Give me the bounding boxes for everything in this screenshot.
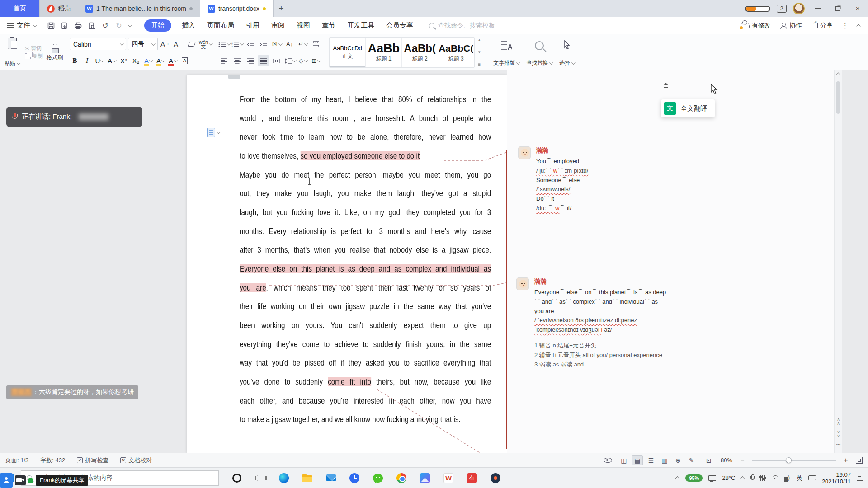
zoom-slider-knob[interactable]	[786, 457, 792, 463]
font-name-select[interactable]: Calibri	[70, 38, 126, 50]
zoom-out-button[interactable]: −	[739, 456, 746, 465]
previous-page-button[interactable]: ∧∧	[836, 418, 841, 426]
fit-page-icon[interactable]: ⊡	[703, 455, 714, 465]
menu-tab-视图[interactable]: 视图	[297, 21, 310, 30]
shading-button[interactable]: ◇	[297, 55, 308, 66]
highlight-color-button[interactable]: A	[155, 56, 165, 66]
quickbar-more-icon[interactable]	[128, 23, 132, 27]
meeting-app-icon[interactable]	[0, 473, 13, 488]
camera-icon[interactable]	[15, 475, 26, 485]
numbered-list-button[interactable]: 123	[231, 38, 243, 50]
taskbar-app-task-view[interactable]	[249, 468, 272, 488]
web-view-icon[interactable]: ▥	[659, 455, 670, 465]
style-标题 3[interactable]: AaBbC(标题 3	[438, 38, 474, 67]
document-line[interactable]: you've done to suddenly come fit into th…	[240, 373, 491, 392]
action-center-icon[interactable]	[857, 475, 863, 481]
show-marks-button[interactable]: ↵	[297, 38, 308, 50]
tab-doc-3[interactable]: Wtranscript.docx	[200, 0, 274, 17]
zoom-in-button[interactable]: +	[842, 456, 849, 465]
document-text[interactable]: From the bottom of my heart, I believe t…	[240, 90, 491, 429]
menu-tab-引用[interactable]: 引用	[246, 21, 259, 30]
menu-tab-审阅[interactable]: 审阅	[271, 21, 285, 30]
taskbar-app-file-explorer[interactable]	[296, 468, 319, 488]
undo-icon[interactable]: ↺	[101, 21, 110, 30]
clock-date[interactable]: 19:072021/10/11	[822, 471, 851, 485]
line-spacing-button[interactable]	[284, 55, 295, 66]
document-page[interactable]: From the bottom of my heart, I believe t…	[187, 75, 507, 453]
document-line[interactable]: after 3 months, that's when you realise …	[240, 241, 491, 260]
document-line[interactable]: From the bottom of my heart, I believe t…	[240, 90, 491, 109]
eye-protect-icon[interactable]	[604, 458, 612, 463]
outline-view-icon[interactable]: ☰	[646, 455, 656, 465]
character-border-button[interactable]: A	[179, 56, 190, 66]
comment-card-1[interactable]: 瀚瀚You⌒ employed/ ju:⌒ w⌒ ɪmˈplɔɪd/Someon…	[518, 146, 636, 213]
scrollbar-thumb[interactable]	[836, 81, 840, 114]
spellcheck-toggle[interactable]: ✓拼写检查	[77, 456, 108, 465]
more-menu-icon[interactable]: ⋮	[842, 24, 849, 27]
page-select-button[interactable]: •••	[836, 443, 841, 447]
hidden-icons-chevron[interactable]	[740, 476, 745, 481]
share-button[interactable]: 分享	[811, 22, 833, 30]
sort-button[interactable]: A↓	[284, 38, 295, 50]
tray-microphone-icon[interactable]	[750, 474, 755, 481]
align-right-button[interactable]	[245, 55, 256, 66]
underline-button[interactable]: U	[94, 56, 104, 66]
zoom-level[interactable]: 80%	[721, 457, 732, 464]
tray-expand-icon[interactable]	[675, 476, 680, 481]
increase-font-button[interactable]: A＋	[160, 38, 171, 50]
window-count-badge[interactable]: 2	[777, 5, 787, 13]
paste-button[interactable]: 粘贴	[3, 37, 21, 68]
taskbar-app-mail[interactable]	[319, 468, 343, 488]
taskbar-app-gallery[interactable]	[413, 468, 437, 488]
document-line[interactable]: their life working on their own jigsaw p…	[240, 297, 491, 316]
command-search[interactable]: 查找命令、搜索模板	[429, 22, 495, 30]
document-line[interactable]: out, they make you laugh, you make them …	[240, 184, 491, 203]
document-line[interactable]: way that you'd be pissed off if they ask…	[240, 354, 491, 373]
find-replace-tool[interactable]: 查找替换	[523, 37, 556, 68]
page-indicator[interactable]: 页面: 1/3	[5, 456, 28, 465]
taskbar-app-screen-recorder[interactable]	[484, 468, 507, 488]
copy-button[interactable]: 复制	[25, 52, 43, 60]
tab-home-0[interactable]: 首页	[0, 0, 40, 17]
document-line[interactable]: you are, which means they too spent thei…	[240, 279, 491, 298]
proofread-toggle[interactable]: ✕文档校对	[120, 456, 152, 465]
document-line[interactable]: each other, and because you're intereste…	[240, 392, 491, 411]
subscript-button[interactable]: X₂	[131, 56, 141, 66]
redo-icon[interactable]: ↻	[114, 21, 123, 30]
file-menu-button[interactable]: 文件	[5, 21, 38, 30]
battery-indicator[interactable]: 95%	[685, 474, 703, 482]
menu-tab-页面布局[interactable]: 页面布局	[207, 21, 234, 30]
select-tool[interactable]: 选择	[556, 37, 578, 68]
zoom-slider[interactable]	[752, 460, 836, 461]
italic-button[interactable]: I	[82, 56, 92, 66]
align-center-button[interactable]	[231, 55, 243, 66]
taskbar-app-edge[interactable]	[272, 468, 296, 488]
document-line[interactable]: months. Every relationship is perfect fo…	[240, 222, 491, 241]
minimize-button[interactable]	[811, 3, 825, 14]
touch-keyboard-icon[interactable]	[808, 475, 816, 480]
input-language-indicator[interactable]: 英	[797, 474, 802, 482]
audio-mixer-icon[interactable]	[760, 475, 765, 481]
document-line[interactable]: everything they've come to achieve to su…	[240, 335, 491, 354]
superscript-button[interactable]: X²	[118, 56, 129, 66]
style-标题 2[interactable]: AaBb(标题 2	[402, 38, 438, 67]
bold-button[interactable]: B	[70, 56, 80, 66]
toolbox-view-icon[interactable]: ⊕	[673, 455, 684, 465]
clear-format-button[interactable]	[186, 38, 197, 50]
document-line[interactable]: been working on yours. You can't suddenl…	[240, 316, 491, 335]
strikethrough-button[interactable]: A	[106, 56, 117, 66]
borders-button[interactable]: ⊞	[310, 55, 321, 66]
word-count[interactable]: 字数: 432	[40, 456, 65, 465]
font-color-button[interactable]: A	[167, 56, 178, 66]
taskbar-app-chrome[interactable]	[390, 468, 413, 488]
taskbar-app-red-app[interactable]: 有	[460, 468, 484, 488]
new-tab-button[interactable]: +	[274, 0, 289, 17]
decrease-font-button[interactable]: A－	[173, 38, 184, 50]
comment-card-2[interactable]: 瀚瀚Everyone⌒ else⌒ on⌒ this planet⌒ is⌒ a…	[516, 277, 665, 369]
bullet-list-button[interactable]	[218, 38, 230, 50]
document-line[interactable]: world，and therefore this room，are horses…	[240, 109, 491, 128]
wifi-icon[interactable]	[771, 475, 778, 481]
document-line[interactable]: to make a jigsaw together, and we all kn…	[240, 410, 491, 429]
fullscreen-icon[interactable]	[856, 457, 863, 464]
collapse-ribbon-icon[interactable]	[856, 24, 861, 28]
